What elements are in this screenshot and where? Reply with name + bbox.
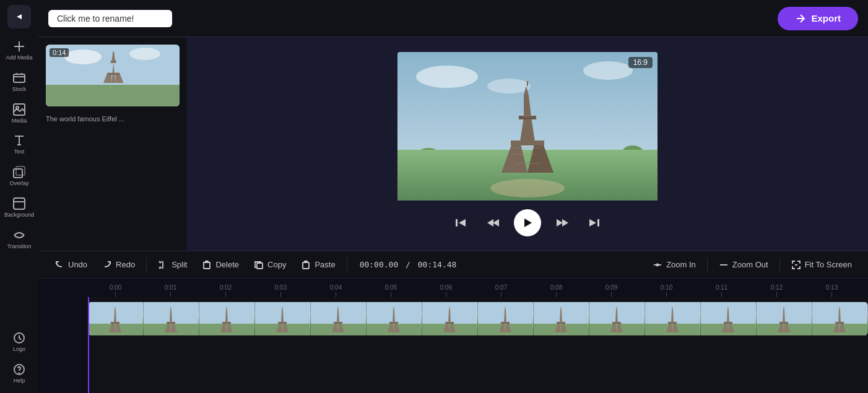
sidebar-item-stock[interactable]: Stock bbox=[2, 67, 36, 97]
ruler-mark-6: 0:06 bbox=[419, 284, 474, 297]
delete-button[interactable]: Delete bbox=[196, 256, 245, 274]
ruler-mark-9: 0:09 bbox=[584, 284, 639, 297]
media-duration: 0:14 bbox=[50, 48, 69, 57]
svg-point-25 bbox=[583, 61, 633, 80]
svg-marker-43 bbox=[487, 219, 493, 227]
main-content: Export bbox=[38, 0, 868, 393]
svg-rect-84 bbox=[311, 324, 365, 335]
ruler-mark-5: 0:05 bbox=[363, 284, 419, 297]
clip-frame-12 bbox=[701, 302, 757, 335]
svg-point-15 bbox=[129, 48, 160, 60]
ruler-mark-4: 0:04 bbox=[308, 284, 363, 297]
svg-marker-47 bbox=[562, 219, 568, 227]
clip-frame-4 bbox=[255, 302, 311, 335]
svg-marker-45 bbox=[524, 218, 532, 227]
copy-button[interactable]: Copy bbox=[248, 256, 292, 274]
toolbar-divider-2 bbox=[347, 257, 347, 272]
clip-frame-13 bbox=[757, 302, 812, 335]
export-button[interactable]: Export bbox=[778, 7, 858, 30]
clip-frame-7 bbox=[422, 302, 478, 335]
sidebar-item-background[interactable]: Background bbox=[2, 193, 36, 222]
preview-area: 16:9 bbox=[187, 37, 868, 251]
media-item[interactable]: 0:14 bbox=[46, 45, 180, 106]
undo-button[interactable]: Undo bbox=[48, 256, 93, 274]
svg-rect-9 bbox=[14, 198, 25, 209]
sidebar-item-media[interactable]: Media bbox=[2, 99, 36, 128]
toolbar-divider-1 bbox=[146, 257, 147, 272]
svg-point-24 bbox=[416, 66, 478, 88]
svg-point-55 bbox=[657, 264, 659, 266]
svg-rect-3 bbox=[14, 74, 25, 82]
ruler-mark-0: 0:00 bbox=[88, 284, 143, 297]
timeline-toolbar: Undo Redo Split bbox=[38, 251, 868, 279]
media-item-label: The world famous Eiffel ... bbox=[46, 115, 180, 123]
rewind-button[interactable] bbox=[482, 212, 504, 234]
svg-rect-41 bbox=[456, 219, 458, 227]
sidebar-item-transition[interactable]: Transition bbox=[2, 225, 36, 254]
svg-point-30 bbox=[490, 179, 565, 197]
svg-point-14 bbox=[64, 50, 102, 64]
timeline-section: Undo Redo Split bbox=[38, 251, 868, 393]
preview-ratio-badge: 16:9 bbox=[628, 57, 653, 68]
svg-rect-78 bbox=[255, 324, 310, 335]
skip-end-button[interactable] bbox=[583, 212, 605, 234]
clip-frame-11 bbox=[645, 302, 701, 335]
svg-rect-53 bbox=[303, 262, 309, 269]
media-panel: 0:14 The world famous Eiffel ... bbox=[38, 37, 187, 251]
ruler-mark-12: 0:12 bbox=[749, 284, 804, 297]
svg-rect-20 bbox=[108, 73, 120, 75]
svg-rect-120 bbox=[645, 324, 700, 335]
app-logo bbox=[7, 5, 31, 28]
sidebar-item-logo[interactable]: Logo bbox=[2, 327, 36, 356]
project-name-input[interactable] bbox=[48, 10, 172, 27]
sidebar-item-help[interactable]: Help bbox=[2, 359, 36, 388]
svg-rect-51 bbox=[204, 262, 210, 269]
ruler-mark-7: 0:07 bbox=[474, 284, 529, 297]
ruler-mark-3: 0:03 bbox=[253, 284, 308, 297]
fit-to-screen-button[interactable]: Fit To Screen bbox=[785, 256, 858, 274]
sidebar-item-overlay[interactable]: Overlay bbox=[2, 162, 36, 191]
play-button[interactable] bbox=[514, 209, 541, 236]
editor-area: 0:14 The world famous Eiffel ... bbox=[38, 37, 868, 251]
svg-marker-42 bbox=[459, 219, 466, 227]
skip-start-button[interactable] bbox=[449, 212, 472, 234]
fast-forward-button[interactable] bbox=[551, 212, 573, 234]
video-clip[interactable] bbox=[88, 302, 868, 335]
zoom-in-button[interactable]: Zoom In bbox=[646, 256, 702, 274]
svg-rect-52 bbox=[257, 263, 263, 269]
clip-frame-3 bbox=[199, 302, 255, 335]
svg-rect-49 bbox=[597, 219, 599, 227]
svg-rect-66 bbox=[144, 324, 198, 335]
svg-rect-72 bbox=[199, 324, 254, 335]
svg-rect-138 bbox=[812, 324, 867, 335]
svg-rect-22 bbox=[111, 61, 116, 63]
svg-rect-96 bbox=[422, 324, 477, 335]
video-track[interactable] bbox=[88, 297, 868, 340]
preview-video: 16:9 bbox=[397, 52, 658, 203]
svg-rect-108 bbox=[534, 324, 588, 335]
paste-button[interactable]: Paste bbox=[295, 256, 341, 274]
redo-button[interactable]: Redo bbox=[96, 256, 141, 274]
ruler-mark-8: 0:08 bbox=[529, 284, 584, 297]
timeline-content bbox=[88, 297, 868, 393]
svg-rect-7 bbox=[14, 169, 22, 178]
svg-rect-60 bbox=[88, 324, 142, 335]
svg-marker-48 bbox=[589, 219, 596, 227]
sidebar-item-add-media[interactable]: Add Media bbox=[2, 36, 36, 65]
zoom-out-button[interactable]: Zoom Out bbox=[713, 256, 775, 274]
ruler-mark-14: 0:14 bbox=[859, 284, 868, 297]
ruler-marks: 0:00 0:01 0:02 0:03 0:04 bbox=[88, 279, 868, 297]
toolbar-divider-3 bbox=[707, 257, 708, 272]
clip-frame-9 bbox=[534, 302, 589, 335]
clip-frame-6 bbox=[367, 302, 422, 335]
timeline-tracks bbox=[38, 297, 868, 393]
playback-controls bbox=[449, 209, 605, 236]
split-button[interactable]: Split bbox=[152, 256, 193, 274]
sidebar-item-text[interactable]: Text bbox=[2, 130, 36, 159]
playhead[interactable] bbox=[88, 297, 89, 393]
clip-frame-10 bbox=[589, 302, 645, 335]
clip-frame-1 bbox=[88, 302, 144, 335]
clip-frame-14 bbox=[812, 302, 868, 335]
svg-rect-102 bbox=[478, 324, 532, 335]
preview-wrapper: 16:9 bbox=[397, 52, 658, 236]
